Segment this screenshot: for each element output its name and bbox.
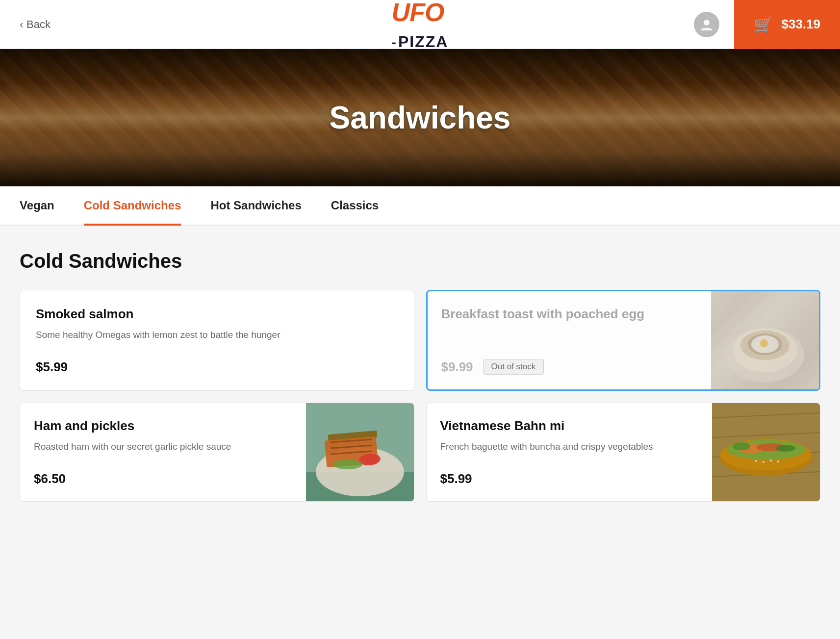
tab-hot-sandwiches[interactable]: Hot Sandwiches — [210, 187, 301, 226]
item-footer: $5.99 — [36, 359, 398, 375]
cart-button[interactable]: 🛒 $33.19 — [734, 0, 840, 49]
item-info: Vietnamese Bahn mi French baguette with … — [427, 403, 713, 501]
items-grid: Smoked salmon Some healthy Omegas with l… — [20, 290, 820, 502]
header-right: 🛒 $33.19 — [679, 0, 840, 49]
cart-amount: $33.19 — [781, 17, 820, 32]
logo-pizza-text: PIZZA — [398, 34, 448, 50]
hero-title: Sandwiches — [330, 100, 511, 136]
item-info: Ham and pickles Roasted ham with our sec… — [20, 403, 306, 501]
item-name: Breakfast toast with poached egg — [441, 306, 698, 323]
tab-classics[interactable]: Classics — [331, 187, 379, 226]
item-image-vietnamese — [712, 403, 820, 501]
logo: UFO - PIZZA — [392, 0, 449, 50]
item-price: $5.99 — [36, 359, 68, 375]
item-card-breakfast-toast[interactable]: Breakfast toast with poached egg $9.99 O… — [426, 290, 821, 391]
item-price: $9.99 — [441, 359, 473, 375]
item-image-ham-pickles — [306, 403, 414, 501]
item-description: French baguette with buncha and crispy v… — [440, 440, 699, 454]
item-price: $5.99 — [440, 471, 472, 486]
item-description: Some healthy Omegas with lemon zest to b… — [36, 329, 398, 342]
logo-ufo-text: UFO — [392, 0, 444, 25]
item-name: Ham and pickles — [34, 418, 292, 435]
tab-vegan[interactable]: Vegan — [20, 187, 54, 226]
item-card-vietnamese-bahn-mi[interactable]: Vietnamese Bahn mi French baguette with … — [426, 403, 821, 502]
section-title: Cold Sandwiches — [20, 250, 820, 272]
food-image-svg — [711, 291, 819, 389]
user-avatar — [694, 12, 719, 37]
tabs-navigation: Vegan Cold Sandwiches Hot Sandwiches Cla… — [0, 186, 840, 226]
item-price: $6.50 — [34, 471, 66, 486]
cart-icon: 🛒 — [754, 15, 773, 34]
svg-point-0 — [704, 20, 710, 26]
item-info: Breakfast toast with poached egg $9.99 O… — [428, 291, 712, 389]
back-button[interactable]: ‹ Back — [0, 18, 70, 31]
user-profile-button[interactable] — [679, 12, 734, 37]
back-label: Back — [26, 18, 51, 31]
item-footer: $5.99 — [440, 471, 699, 486]
food-image-svg — [712, 403, 820, 501]
item-info: Smoked salmon Some healthy Omegas with l… — [20, 290, 414, 390]
tab-cold-sandwiches[interactable]: Cold Sandwiches — [84, 187, 181, 226]
svg-rect-20 — [306, 403, 414, 501]
item-card-ham-pickles[interactable]: Ham and pickles Roasted ham with our sec… — [20, 403, 414, 502]
out-of-stock-badge: Out of stock — [483, 359, 544, 375]
hero-banner: Sandwiches — [0, 49, 840, 186]
item-name: Vietnamese Bahn mi — [440, 418, 699, 435]
item-image-breakfast — [711, 291, 819, 389]
svg-rect-38 — [712, 403, 820, 501]
item-card-smoked-salmon[interactable]: Smoked salmon Some healthy Omegas with l… — [20, 290, 414, 391]
svg-rect-8 — [711, 291, 819, 389]
header: ‹ Back UFO - PIZZA 🛒 $33.19 — [0, 0, 840, 49]
food-image-svg — [306, 403, 414, 501]
user-icon — [699, 17, 714, 32]
back-chevron-icon: ‹ — [20, 18, 24, 31]
logo-dash: - — [392, 36, 396, 50]
main-content: Cold Sandwiches Smoked salmon Some healt… — [0, 226, 840, 526]
item-description: Roasted ham with our secret garlic pickl… — [34, 440, 292, 454]
item-footer: $9.99 Out of stock — [441, 359, 698, 375]
item-footer: $6.50 — [34, 471, 292, 486]
item-name: Smoked salmon — [36, 306, 398, 323]
